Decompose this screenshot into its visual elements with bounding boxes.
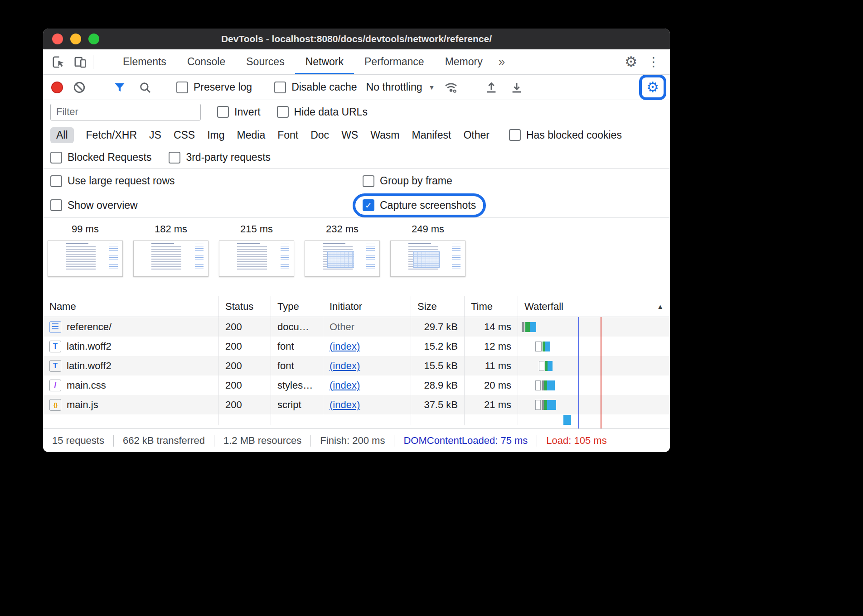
chip-img[interactable]: Img xyxy=(207,129,224,141)
hide-data-urls-checkbox[interactable]: Hide data URLs xyxy=(277,106,368,118)
size-cell: 28.9 kB xyxy=(411,375,465,395)
stylesheet-icon: / xyxy=(49,380,61,391)
blocked-requests-checkbox[interactable]: Blocked Requests xyxy=(50,151,151,164)
checkbox-checked[interactable] xyxy=(363,199,374,211)
checkbox[interactable] xyxy=(50,175,62,187)
checkbox[interactable] xyxy=(50,152,62,164)
filmstrip-frame[interactable]: 215 ms xyxy=(219,223,294,296)
tab-elements[interactable]: Elements xyxy=(112,49,177,74)
kebab-menu-icon[interactable]: ⋮ xyxy=(647,56,660,68)
show-overview-checkbox[interactable]: Show overview xyxy=(50,199,363,212)
waterfall-segment xyxy=(547,400,556,410)
initiator-link[interactable]: (index) xyxy=(330,399,360,411)
column-header-name[interactable]: Name xyxy=(43,296,219,317)
tab-console[interactable]: Console xyxy=(177,49,236,74)
table-row[interactable]: reference/200docu…Other29.7 kB14 ms xyxy=(43,317,670,337)
close-window-button[interactable] xyxy=(52,34,63,44)
table-row[interactable]: /main.css200styles…(index)28.9 kB20 ms xyxy=(43,375,670,395)
filmstrip-thumbnail[interactable] xyxy=(390,241,465,277)
column-header-time[interactable]: Time xyxy=(465,296,518,317)
filmstrip-thumbnail[interactable] xyxy=(219,241,294,277)
export-har-icon[interactable] xyxy=(508,78,526,96)
column-header-size[interactable]: Size xyxy=(411,296,465,317)
initiator-link[interactable]: (index) xyxy=(330,360,360,372)
device-toolbar-icon[interactable] xyxy=(71,53,89,71)
chip-all[interactable]: All xyxy=(50,127,74,143)
waterfall-segment xyxy=(535,380,541,390)
filmstrip-thumbnail[interactable] xyxy=(48,241,123,277)
import-har-icon[interactable] xyxy=(482,78,500,96)
chip-media[interactable]: Media xyxy=(237,129,266,141)
invert-checkbox[interactable]: Invert xyxy=(217,106,261,118)
chip-other[interactable]: Other xyxy=(463,129,490,141)
size-cell: 37.5 kB xyxy=(411,395,465,414)
capture-screenshots-checkbox[interactable]: Capture screenshots xyxy=(363,199,476,212)
network-conditions-icon[interactable] xyxy=(442,78,460,96)
network-settings-gear-icon[interactable]: ⚙ xyxy=(644,78,662,96)
checkbox[interactable] xyxy=(176,82,188,93)
throttling-dropdown[interactable]: No throttling ▼ xyxy=(366,81,435,93)
size-cell: 15.5 kB xyxy=(411,356,465,375)
initiator-link[interactable]: (index) xyxy=(330,380,360,391)
table-row[interactable]: Tlatin.woff2200font(index)15.2 kB12 ms xyxy=(43,337,670,356)
inspect-cursor-icon[interactable] xyxy=(49,53,68,71)
table-row[interactable]: {}main.js200script(index)37.5 kB21 ms xyxy=(43,395,670,414)
filter-input[interactable] xyxy=(50,104,201,120)
tab-memory[interactable]: Memory xyxy=(435,49,493,74)
filmstrip-thumbnail[interactable] xyxy=(133,241,208,277)
waterfall-cell xyxy=(518,317,670,337)
title-bar: DevTools - localhost:8080/docs/devtools/… xyxy=(43,29,670,49)
chip-manifest[interactable]: Manifest xyxy=(412,129,451,141)
table-row[interactable]: Tlatin.woff2200font(index)15.5 kB11 ms xyxy=(43,356,670,375)
tab-sources[interactable]: Sources xyxy=(236,49,295,74)
third-party-requests-checkbox[interactable]: 3rd-party requests xyxy=(169,151,271,164)
chip-css[interactable]: CSS xyxy=(174,129,195,141)
initiator-link[interactable]: (index) xyxy=(330,341,360,352)
filmstrip-thumbnail[interactable] xyxy=(305,241,380,277)
filmstrip-frame[interactable]: 182 ms xyxy=(133,223,208,296)
chip-ws[interactable]: WS xyxy=(341,129,358,141)
chip-wasm[interactable]: Wasm xyxy=(370,129,399,141)
settings-gear-icon[interactable]: ⚙ xyxy=(625,55,637,69)
column-label: Name xyxy=(49,301,76,313)
filmstrip-frame[interactable]: 99 ms xyxy=(48,223,123,296)
column-header-waterfall[interactable]: Waterfall▲ xyxy=(518,296,670,317)
status-cell: 200 xyxy=(219,317,271,337)
filmstrip-frame[interactable]: 249 ms xyxy=(390,223,465,296)
chip-fetch-xhr[interactable]: Fetch/XHR xyxy=(86,129,137,141)
more-tabs-chevron[interactable]: » xyxy=(493,49,510,74)
preserve-log-checkbox[interactable]: Preserve log xyxy=(176,81,252,93)
has-blocked-cookies-checkbox[interactable]: Has blocked cookies xyxy=(509,129,622,141)
group-by-frame-checkbox[interactable]: Group by frame xyxy=(363,175,663,187)
checkbox[interactable] xyxy=(363,175,374,187)
column-header-initiator[interactable]: Initiator xyxy=(323,296,411,317)
search-icon[interactable] xyxy=(136,78,154,96)
chip-doc[interactable]: Doc xyxy=(310,129,329,141)
checkbox[interactable] xyxy=(277,106,289,118)
chip-font[interactable]: Font xyxy=(277,129,298,141)
minimize-window-button[interactable] xyxy=(70,34,81,44)
chip-js[interactable]: JS xyxy=(149,129,161,141)
tab-network[interactable]: Network xyxy=(295,49,354,74)
use-large-request-rows-checkbox[interactable]: Use large request rows xyxy=(50,175,363,187)
checkbox[interactable] xyxy=(274,82,286,93)
record-icon[interactable] xyxy=(51,82,63,93)
checkbox[interactable] xyxy=(169,152,180,164)
disable-cache-checkbox[interactable]: Disable cache xyxy=(274,81,357,93)
zoom-window-button[interactable] xyxy=(88,34,99,44)
clear-icon[interactable] xyxy=(70,78,88,96)
initiator-text: Other xyxy=(330,321,354,333)
type-cell: font xyxy=(271,356,323,375)
checkbox[interactable] xyxy=(217,106,229,118)
funnel-icon[interactable] xyxy=(111,78,129,96)
tab-performance[interactable]: Performance xyxy=(354,49,435,74)
checkbox[interactable] xyxy=(509,129,521,141)
chevron-down-icon: ▼ xyxy=(429,84,435,91)
request-name: main.css xyxy=(67,380,106,391)
column-header-status[interactable]: Status xyxy=(219,296,271,317)
checkbox[interactable] xyxy=(50,199,62,211)
filmstrip-frame[interactable]: 232 ms xyxy=(305,223,380,296)
devtools-window: DevTools - localhost:8080/docs/devtools/… xyxy=(43,29,670,452)
sort-ascending-icon[interactable]: ▲ xyxy=(657,303,664,310)
column-header-type[interactable]: Type xyxy=(271,296,323,317)
